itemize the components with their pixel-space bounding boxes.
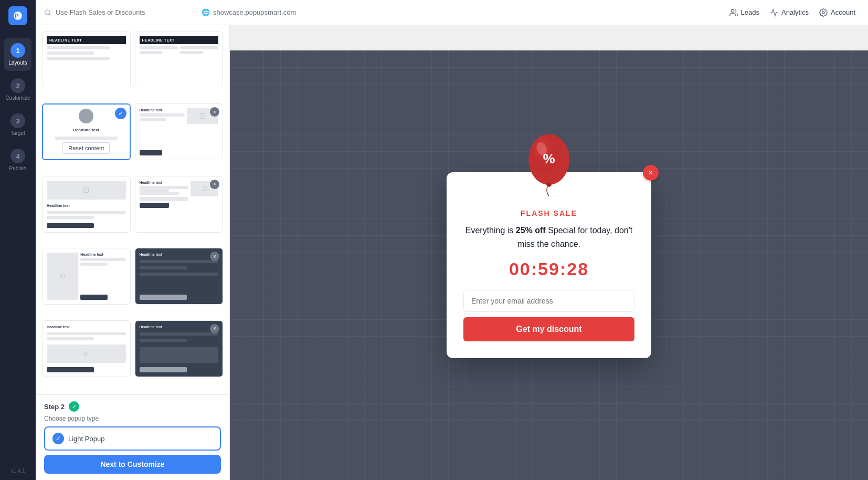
reset-content-button[interactable]: Reset content [62, 142, 110, 154]
step2-section: Step 2 ✓ Choose popup type ✓ Light Popup… [36, 394, 229, 480]
layouts-panel: HEADLINE TEXT HEADLINE TEXT [36, 25, 230, 480]
layout-card-3[interactable]: Headline text ✓ Reset content [42, 103, 131, 160]
step2-label: Step 2 [44, 403, 65, 411]
countdown-timer: 00:59:28 [463, 259, 634, 279]
layout-card-6[interactable]: Headline text × [135, 176, 224, 233]
leads-icon [729, 8, 738, 17]
account-nav-link[interactable]: Account [819, 8, 855, 17]
svg-point-12 [61, 275, 62, 276]
layout-thumb-6: Headline text [135, 176, 223, 232]
search-input[interactable] [56, 8, 184, 16]
step-1-circle: 1 [10, 43, 25, 58]
analytics-nav-link[interactable]: Analytics [770, 8, 809, 17]
step2-header: Step 2 ✓ [44, 401, 221, 412]
leads-nav-link[interactable]: Leads [729, 8, 759, 17]
step2-sublabel: Choose popup type [44, 415, 221, 422]
url-display: showcase.popupsmart.com [213, 8, 296, 16]
popup-discount-bold: 25% off [516, 226, 546, 235]
layout-card-2[interactable]: HEADLINE TEXT [135, 32, 224, 88]
layout-card-5[interactable]: Headline text [42, 176, 131, 233]
step-2-circle: 2 [10, 78, 25, 93]
sidebar-step-1[interactable]: 1 Layouts [4, 38, 31, 71]
popup-type-check-icon: ✓ [52, 433, 64, 444]
layout-thumb-2: HEADLINE TEXT [135, 32, 223, 88]
step-4-circle: 4 [10, 149, 25, 163]
layout-thumb-1: HEADLINE TEXT [43, 32, 130, 88]
layout-thumb-7: Headline text [43, 248, 130, 304]
leads-label: Leads [741, 8, 759, 16]
layout-thumb-4: Headline text [135, 104, 223, 160]
popup-close-button[interactable]: × [643, 165, 659, 181]
selected-check-badge: ✓ [115, 108, 126, 119]
layout-card-4[interactable]: Headline text × [135, 103, 224, 160]
get-discount-button[interactable]: Get my discount [463, 317, 634, 341]
top-nav-links: Leads Analytics Account [729, 8, 868, 17]
popup-type-label: Light Popup [68, 435, 104, 443]
analytics-label: Analytics [781, 8, 809, 16]
app-logo: P [8, 6, 27, 25]
account-icon [819, 8, 828, 17]
sidebar-step-4[interactable]: 4 Publish [4, 143, 31, 176]
step-3-circle: 3 [10, 113, 25, 128]
svg-point-16 [178, 354, 178, 354]
flash-sale-label: FLASH SALE [463, 209, 634, 217]
layout-card-9[interactable]: Headline text [42, 320, 131, 377]
svg-point-14 [85, 352, 86, 353]
step-2-label: Customize [5, 95, 30, 101]
canvas-area: % × [230, 50, 868, 480]
balloon-container: % [447, 130, 651, 199]
sidebar-step-3[interactable]: 3 Target [4, 108, 31, 141]
email-input[interactable] [463, 290, 634, 312]
account-label: Account [831, 8, 855, 16]
version-label: v1.4.1 [10, 468, 25, 474]
svg-point-4 [822, 12, 824, 14]
sidebar-nav: P 1 Layouts 2 Customize 3 Target 4 Publi… [0, 0, 36, 480]
popup-headline: Everything is 25% off Special for today,… [463, 224, 634, 251]
step2-check-icon: ✓ [69, 401, 79, 412]
layouts-grid: HEADLINE TEXT HEADLINE TEXT [36, 25, 229, 394]
layout-card-1[interactable]: HEADLINE TEXT [42, 32, 131, 88]
step-4-label: Publish [9, 165, 27, 171]
svg-text:%: % [543, 151, 555, 166]
svg-point-6 [201, 115, 202, 116]
layout-thumb-5: Headline text [43, 176, 130, 232]
balloon-svg: % [520, 130, 578, 199]
svg-point-8 [85, 189, 86, 190]
svg-point-21 [546, 183, 551, 186]
layout-card-8[interactable]: Headline text × [135, 248, 224, 305]
top-bar: 🌐 showcase.popupsmart.com Leads Analytic… [36, 0, 868, 25]
svg-point-10 [204, 187, 204, 188]
popup-body: FLASH SALE Everything is 25% off Special… [447, 199, 651, 358]
sidebar-step-2[interactable]: 2 Customize [4, 73, 31, 106]
analytics-icon [770, 8, 778, 17]
layout-thumb-8: Headline text [135, 248, 223, 304]
remove-badge-6[interactable]: × [210, 180, 219, 189]
svg-text:P: P [15, 13, 18, 19]
popup-type-option[interactable]: ✓ Light Popup [44, 426, 221, 451]
layout-card-7[interactable]: Headline text [42, 248, 131, 305]
step-1-label: Layouts [8, 60, 27, 66]
popup-modal: % × [447, 172, 651, 358]
remove-badge-10[interactable]: × [210, 324, 219, 333]
search-bar [36, 8, 193, 16]
layout-thumb-9: Headline text [43, 321, 130, 377]
svg-point-3 [731, 9, 734, 12]
layout-card-10[interactable]: Headline text × [135, 320, 224, 377]
url-bar: 🌐 showcase.popupsmart.com [193, 8, 304, 16]
svg-point-2 [45, 9, 50, 14]
next-to-customize-button[interactable]: Next to Customize [44, 455, 221, 474]
search-icon [44, 9, 51, 16]
globe-icon: 🌐 [202, 8, 210, 16]
step-3-label: Target [10, 130, 25, 136]
